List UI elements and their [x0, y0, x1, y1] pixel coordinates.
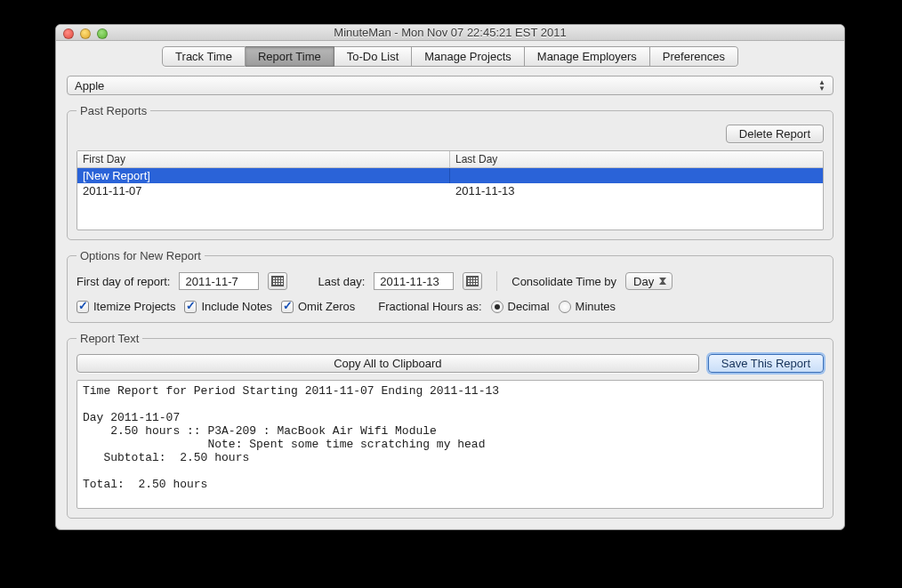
- first-day-field[interactable]: 2011-11-7: [179, 272, 259, 290]
- separator: [496, 271, 497, 291]
- decimal-label: Decimal: [508, 300, 550, 313]
- past-reports-legend: Past Reports: [77, 104, 150, 117]
- minutes-radio[interactable]: Minutes: [559, 300, 616, 313]
- omit-zeros-checkbox[interactable]: Omit Zeros: [281, 300, 355, 313]
- col-first-day[interactable]: First Day: [77, 151, 450, 167]
- content-area: Track Time Report Time To-Do List Manage…: [56, 41, 844, 529]
- cell-first-day: [New Report]: [77, 168, 450, 183]
- window-controls: [63, 28, 108, 39]
- table-row[interactable]: 2011-11-07 2011-11-13: [77, 183, 823, 198]
- minutes-label: Minutes: [576, 300, 616, 313]
- chevron-updown-icon: ▲▼: [815, 78, 829, 93]
- omit-zeros-label: Omit Zeros: [298, 300, 355, 313]
- calendar-icon: [271, 276, 284, 286]
- checkbox-icon: [184, 301, 197, 313]
- cell-first-day: 2011-11-07: [77, 183, 450, 198]
- tab-preferences[interactable]: Preferences: [650, 46, 738, 67]
- tab-manage-employers[interactable]: Manage Employers: [525, 46, 650, 67]
- last-day-field[interactable]: 2011-11-13: [374, 272, 454, 290]
- last-day-label: Last day:: [318, 275, 365, 288]
- options-group: Options for New Report First day of repo…: [67, 249, 834, 323]
- tab-report-time[interactable]: Report Time: [246, 46, 334, 67]
- titlebar: MinuteMan - Mon Nov 07 22:45:21 EST 2011: [56, 25, 844, 41]
- tab-track-time[interactable]: Track Time: [162, 46, 246, 67]
- radio-icon: [491, 301, 503, 313]
- employer-select-value: Apple: [75, 79, 104, 93]
- col-last-day[interactable]: Last Day: [450, 151, 823, 167]
- past-reports-group: Past Reports Delete Report First Day Las…: [67, 104, 834, 240]
- past-reports-table: First Day Last Day [New Report] 2011-11-…: [77, 150, 824, 230]
- save-report-button[interactable]: Save This Report: [708, 354, 824, 373]
- copy-all-button[interactable]: Copy All to Clipboard: [77, 354, 699, 373]
- include-notes-label: Include Notes: [201, 300, 272, 313]
- tab-todo-list[interactable]: To-Do List: [334, 46, 413, 67]
- consolidate-label: Consolidate Time by: [511, 275, 616, 288]
- radio-icon: [559, 301, 571, 313]
- itemize-projects-checkbox[interactable]: Itemize Projects: [77, 300, 175, 313]
- fractional-label: Fractional Hours as:: [378, 300, 481, 313]
- decimal-radio[interactable]: Decimal: [491, 300, 550, 313]
- tab-manage-projects[interactable]: Manage Projects: [412, 46, 525, 67]
- cell-last-day: [450, 168, 823, 183]
- table-header: First Day Last Day: [77, 151, 823, 168]
- cell-last-day: 2011-11-13: [450, 183, 823, 198]
- zoom-icon[interactable]: [97, 28, 108, 39]
- first-day-label: First day of report:: [77, 275, 170, 288]
- checkbox-icon: [77, 301, 89, 313]
- app-window: MinuteMan - Mon Nov 07 22:45:21 EST 2011…: [55, 24, 845, 530]
- last-day-calendar-button[interactable]: [463, 272, 482, 290]
- table-row[interactable]: [New Report]: [77, 168, 823, 183]
- calendar-icon: [466, 276, 479, 286]
- first-day-calendar-button[interactable]: [268, 272, 287, 290]
- close-icon[interactable]: [63, 28, 74, 39]
- window-title: MinuteMan - Mon Nov 07 22:45:21 EST 2011: [334, 26, 566, 39]
- report-textarea[interactable]: Time Report for Period Starting 2011-11-…: [77, 380, 824, 509]
- consolidate-value: Day: [633, 275, 654, 288]
- report-text-legend: Report Text: [77, 332, 142, 345]
- options-legend: Options for New Report: [77, 249, 205, 262]
- include-notes-checkbox[interactable]: Include Notes: [184, 300, 272, 313]
- employer-select[interactable]: Apple ▲▼: [67, 76, 834, 95]
- report-text-group: Report Text Copy All to Clipboard Save T…: [67, 332, 834, 519]
- checkbox-icon: [281, 301, 294, 313]
- minimize-icon[interactable]: [80, 28, 91, 39]
- itemize-label: Itemize Projects: [93, 300, 175, 313]
- consolidate-select[interactable]: Day: [625, 272, 672, 290]
- main-tabs: Track Time Report Time To-Do List Manage…: [67, 46, 834, 67]
- delete-report-button[interactable]: Delete Report: [726, 125, 824, 143]
